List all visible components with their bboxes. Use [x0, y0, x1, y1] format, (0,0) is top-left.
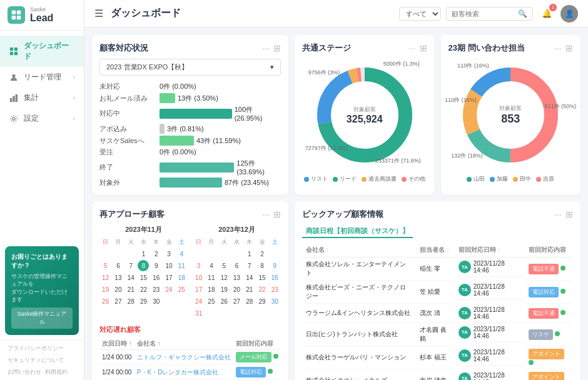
status-count-4: 43件 (11.59%) — [196, 136, 241, 146]
status-label-3: アポ込み — [99, 124, 156, 134]
status-label-4: サスケSalesへ — [99, 136, 156, 146]
cal-day[interactable]: 5 — [100, 260, 111, 271]
legend-kato: 加藤 — [490, 175, 508, 183]
pickup-title: ピックアップ顧客情報 — [302, 209, 383, 220]
search-icon[interactable]: 🔍 — [518, 9, 527, 18]
sidebar-item-dashboard[interactable]: ダッシュボード — [0, 36, 84, 67]
cal-day[interactable]: 27 — [113, 296, 124, 307]
svg-rect-5 — [14, 48, 18, 51]
expand-icon-2[interactable]: ⊞ — [420, 43, 427, 53]
cal-day-today[interactable]: 8 — [138, 260, 149, 271]
action-pill-1[interactable]: 電話対応 — [529, 287, 559, 298]
period-outer-1: 511件 (50%) — [545, 102, 577, 111]
status-label-1: お礼メール済み — [99, 94, 156, 103]
footer-privacy[interactable]: プライバシーポリシー — [8, 344, 64, 352]
overdue-company-link-1[interactable]: P・K・Dレンタカー株式会社 — [137, 369, 219, 376]
more-icon-4[interactable]: ··· — [262, 209, 270, 219]
expand-icon-3[interactable]: ⊞ — [565, 43, 573, 53]
cal-day[interactable]: 15 — [138, 272, 149, 283]
expand-icon[interactable]: ⊞ — [273, 43, 281, 53]
sidebar-item-lead[interactable]: リード管理 › — [0, 67, 84, 88]
cal-day[interactable]: 30 — [151, 296, 162, 307]
status-label-5: 受注 — [99, 148, 156, 157]
expand-icon-4[interactable]: ⊞ — [273, 209, 281, 219]
svg-rect-10 — [13, 96, 15, 102]
action-pill-5[interactable]: アポイント — [529, 372, 564, 380]
menu-icon[interactable]: ☰ — [94, 8, 103, 19]
svg-rect-1 — [17, 11, 21, 14]
cal-day[interactable]: 4 — [176, 248, 187, 259]
cal-day[interactable]: 10 — [163, 260, 175, 271]
cal-day[interactable]: 21 — [125, 284, 136, 295]
action-pill-4[interactable]: アポイント — [529, 349, 564, 359]
action-pill-3[interactable]: リスケ — [529, 329, 553, 340]
cal-day[interactable]: 19 — [100, 284, 111, 295]
action-pill-0[interactable]: 電話不通 — [529, 264, 559, 274]
pickup-row-4: 株式会社ラーゲルパリ・マンション 杉本 福王 TA2023/11/28 14:4… — [302, 346, 573, 369]
cal-day[interactable]: 24 — [163, 284, 175, 295]
more-icon-3[interactable]: ··· — [554, 43, 562, 53]
more-icon-2[interactable]: ··· — [408, 43, 416, 53]
cal-day[interactable]: 28 — [125, 296, 136, 307]
legend-list: リスト — [304, 175, 328, 183]
status-row-7: 対象外 87件 (23.45%) — [99, 178, 281, 188]
footer-security[interactable]: セキュリティについて — [8, 356, 64, 364]
sidebar-item-lead-label: リード管理 — [24, 72, 61, 82]
cal-day[interactable]: 7 — [125, 260, 136, 271]
ta-badge-3: TA — [459, 326, 471, 339]
filter-select[interactable]: すべて — [399, 7, 441, 21]
overdue-action-1: 電話対応 — [233, 365, 281, 380]
cal-day[interactable]: 26 — [100, 296, 111, 307]
sidebar-item-aggregate[interactable]: 集計 › — [0, 88, 84, 108]
more-icon-5[interactable]: ··· — [554, 209, 562, 219]
cal-day[interactable]: 2 — [151, 248, 162, 259]
period-donut-value: 853 — [499, 112, 522, 126]
tel-action-button-1[interactable]: 電話対応 — [236, 367, 266, 378]
cal-header-sat: 土 — [176, 237, 188, 248]
cal-day[interactable]: 13 — [113, 272, 124, 283]
more-icon[interactable]: ··· — [262, 43, 270, 53]
overdue-company-link-0[interactable]: ニトルフ・ギャラクシー株式会社 — [137, 354, 231, 361]
cal-day[interactable]: 25 — [176, 284, 187, 295]
cal-day[interactable]: 20 — [113, 284, 124, 295]
cal-day[interactable]: 16 — [151, 272, 162, 283]
search-input[interactable] — [452, 10, 514, 18]
help-button[interactable]: Saske操作マニュアル — [11, 308, 73, 329]
period-donut-wrapper: 対象顧客 853 110件 (16%) 511件 (50%) 132件 (18%… — [454, 59, 567, 171]
pickup-company-3: 日出(ヒジ)トランパット株式会社 — [302, 323, 416, 346]
cal-day[interactable]: 3 — [163, 248, 175, 259]
cal-day[interactable]: 17 — [163, 272, 175, 283]
cal-day[interactable]: 12 — [100, 272, 111, 283]
cal-day[interactable]: 22 — [138, 284, 149, 295]
cal-day[interactable]: 23 — [151, 284, 162, 295]
pickup-action-1: 電話対応 — [525, 281, 573, 304]
pickup-tab-main[interactable]: 商談日程【初回商談（サスケ）】 — [302, 225, 413, 238]
outer-label-2: 72797件 (22.3%) — [305, 144, 348, 152]
cal-day[interactable]: 6 — [113, 260, 124, 271]
cal-day[interactable]: 14 — [125, 272, 136, 283]
expand-icon-5[interactable]: ⊞ — [565, 209, 573, 219]
pickup-person-1: 笠 絵愛 — [416, 281, 455, 304]
overdue-row-0: 1/24 00:00 ニトルフ・ギャラクシー株式会社 メール対応 — [99, 350, 281, 365]
cal-day — [113, 248, 124, 259]
cal-day[interactable]: 29 — [138, 296, 149, 307]
cal-day[interactable]: 11 — [176, 260, 187, 271]
cal-day[interactable]: 18 — [176, 272, 187, 283]
common-stage-chart: 対象顧客 325,924 5000件 (1.3%) 9756件 (3%) 727… — [302, 59, 427, 183]
footer-terms[interactable]: 利用規約 — [45, 368, 68, 376]
svg-point-8 — [12, 74, 15, 77]
lead-icon — [9, 72, 19, 82]
cal-day[interactable]: 9 — [151, 260, 162, 271]
event-dropdown[interactable]: 2023 営業DX EXPO【秋】 ▾ — [99, 59, 281, 76]
mail-action-button-0[interactable]: メール対応 — [236, 352, 271, 362]
avatar[interactable]: 👤 — [560, 5, 578, 22]
action-pill-2[interactable]: 電話不通 — [529, 308, 559, 319]
cal-day — [125, 248, 136, 259]
header-right: すべて 🔍 🔔 1 👤 — [399, 5, 578, 22]
legend-label-old: 過去商談書 — [368, 175, 397, 183]
overdue-company-1: P・K・Dレンタカー株式会社 — [134, 365, 233, 380]
footer-contact[interactable]: お問い合わせ — [8, 368, 41, 376]
sidebar-item-settings[interactable]: 設定 › — [0, 108, 84, 129]
cal-day[interactable]: 1 — [138, 248, 149, 259]
dot-2 — [560, 310, 565, 315]
